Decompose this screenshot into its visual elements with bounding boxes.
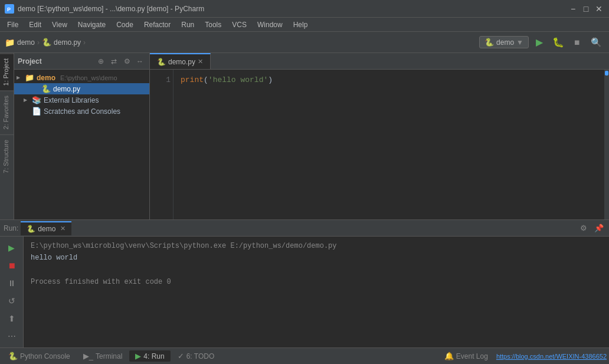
python-console-label: Python Console: [20, 352, 70, 360]
editor-area: 🐍 demo.py ✕ 1 print('hello world'): [150, 53, 609, 219]
status-right: 🔔 Event Log https://blog.csdn.net/WEIXIN…: [438, 350, 607, 362]
tree-scratches[interactable]: ▶ 📄 Scratches and Consoles: [14, 106, 149, 117]
root-arrow: ▶: [17, 75, 22, 80]
status-tab-todo[interactable]: ✓ 6: TODO: [172, 350, 221, 362]
status-tab-python-console[interactable]: 🐍 Python Console: [2, 350, 76, 362]
folder-icon: 📁: [5, 38, 15, 47]
toolbar: 📁 demo › 🐍 demo.py › 🐍 demo ▼ ▶ 🐛 ⏹ 🔍: [0, 32, 609, 53]
title-text: demo [E:\python_ws\demo] - ...\demo.py […: [18, 5, 204, 13]
run-tab-status-icon: ▶: [135, 352, 141, 360]
run-config[interactable]: 🐍 demo ▼: [479, 36, 529, 48]
sidebar-item-project[interactable]: 1: Project: [0, 53, 14, 90]
menu-edit[interactable]: Edit: [24, 19, 46, 30]
run-sidebar: ▶ ⏹ ⏸ ↺ ⬆ ⋯: [0, 237, 24, 347]
editor-scrollbar[interactable]: [604, 70, 609, 219]
run-more-btn[interactable]: ⋯: [4, 329, 20, 344]
panel-title: Project: [18, 57, 93, 65]
run-play-btn[interactable]: ▶: [4, 240, 20, 255]
run-config-icon: 🐍: [484, 38, 494, 47]
add-btn[interactable]: ⊕: [95, 55, 107, 67]
expand-btn[interactable]: ↔: [134, 55, 146, 67]
run-label: Run:: [4, 224, 18, 232]
window-controls: − □ ✕: [568, 4, 604, 14]
panel-header: Project ⊕ ⇄ ⚙ ↔: [14, 53, 149, 70]
tab-close-btn[interactable]: ✕: [198, 58, 203, 65]
file-name: demo.py: [53, 85, 80, 93]
run-tab-status-label: 4: Run: [143, 352, 164, 360]
root-name: demo: [37, 74, 55, 82]
status-tab-run[interactable]: ▶ 4: Run: [129, 350, 170, 362]
sidebar-item-structure[interactable]: 7: Structure: [0, 135, 14, 178]
breadcrumb-file[interactable]: demo.py: [54, 38, 81, 47]
py-file-icon: 🐍: [41, 84, 51, 93]
gear-btn[interactable]: ⚙: [121, 55, 133, 67]
run-config-dropdown[interactable]: ▼: [516, 38, 523, 47]
tab-demopy[interactable]: 🐍 demo.py ✕: [150, 53, 211, 69]
scratch-icon: 📄: [32, 107, 41, 116]
run-tab-demo[interactable]: 🐍 demo ✕: [21, 221, 71, 235]
status-tab-event-log[interactable]: 🔔 Event Log: [438, 350, 494, 362]
menu-navigate[interactable]: Navigate: [73, 19, 110, 30]
exit-line: Process finished with exit code 0: [31, 276, 602, 288]
menu-refactor[interactable]: Refactor: [139, 19, 175, 30]
status-tab-terminal[interactable]: ▶_ Terminal: [77, 350, 129, 362]
breadcrumb-project[interactable]: demo: [17, 38, 35, 47]
terminal-label: Terminal: [96, 352, 122, 360]
run-button[interactable]: ▶: [531, 35, 548, 50]
side-tabs: 1: Project 2: Favorites 7: Structure: [0, 53, 14, 219]
code-editor[interactable]: print('hello world'): [173, 70, 604, 219]
line-numbers: 1: [150, 70, 173, 219]
scratches-label: Scratches and Consoles: [44, 107, 120, 116]
lib-icon: 📚: [32, 96, 41, 104]
bottom-section: Run: 🐍 demo ✕ ⚙ 📌 ▶ ⏹ ⏸ ↺ ⬆ ⋯: [0, 219, 609, 364]
menu-window[interactable]: Window: [253, 19, 287, 30]
close-button[interactable]: ✕: [594, 4, 604, 14]
output-hello: hello world: [31, 252, 602, 264]
menu-code[interactable]: Code: [112, 19, 138, 30]
maximize-button[interactable]: □: [581, 4, 591, 14]
blank-line: [31, 264, 602, 276]
svg-text:P: P: [7, 6, 11, 12]
run-rerun-btn[interactable]: ↺: [4, 293, 20, 309]
stop-button[interactable]: ⏹: [569, 35, 585, 50]
line-num-1: 1: [152, 74, 171, 87]
run-tab-close[interactable]: ✕: [60, 225, 66, 232]
status-bar: 🐍 Python Console ▶_ Terminal ▶ 4: Run ✓ …: [0, 347, 609, 364]
tree-root[interactable]: ▶ 📁 demo E:\python_ws\demo: [14, 72, 149, 83]
title-bar: P demo [E:\python_ws\demo] - ...\demo.py…: [0, 0, 609, 18]
todo-icon: ✓: [178, 352, 184, 360]
breadcrumb-sep: ›: [37, 38, 40, 47]
run-tab-icon: 🐍: [27, 225, 35, 233]
run-output: E:\python_ws\microblog\venv\Scripts\pyth…: [24, 237, 609, 347]
run-settings-btn[interactable]: ⚙: [577, 222, 590, 235]
tree-file-demopy[interactable]: ▶ 🐍 demo.py: [14, 83, 149, 94]
tree-ext-libs[interactable]: ▶ 📚 External Libraries: [14, 94, 149, 106]
sidebar-item-favorites[interactable]: 2: Favorites: [0, 90, 14, 134]
menu-view[interactable]: View: [47, 19, 72, 30]
code-string: 'hello world': [208, 76, 268, 84]
menu-help[interactable]: Help: [289, 19, 313, 30]
menu-file[interactable]: File: [2, 19, 23, 30]
menu-bar: File Edit View Navigate Code Refactor Ru…: [0, 18, 609, 32]
menu-vcs[interactable]: VCS: [227, 19, 251, 30]
search-button[interactable]: 🔍: [588, 35, 604, 50]
sync-btn[interactable]: ⇄: [108, 55, 120, 67]
menu-tools[interactable]: Tools: [200, 19, 226, 30]
status-url[interactable]: https://blog.csdn.net/WEIXIN-4386652: [496, 353, 607, 360]
run-pin-btn[interactable]: 📌: [592, 222, 605, 235]
panel-actions: ⊕ ⇄ ⚙ ↔: [95, 55, 146, 67]
code-open: (: [204, 76, 208, 84]
minimize-button[interactable]: −: [568, 4, 578, 14]
run-scroll-btn[interactable]: ⬆: [4, 311, 20, 326]
root-path: E:\python_ws\demo: [60, 74, 117, 81]
editor-tabs: 🐍 demo.py ✕: [150, 53, 609, 70]
ext-libs-label: External Libraries: [44, 96, 99, 104]
menu-run[interactable]: Run: [176, 19, 199, 30]
run-stop-btn[interactable]: ⏹: [4, 258, 20, 273]
run-panel: Run: 🐍 demo ✕ ⚙ 📌 ▶ ⏹ ⏸ ↺ ⬆ ⋯: [0, 219, 609, 347]
breadcrumb-sep2: ›: [83, 38, 86, 47]
run-pause-btn[interactable]: ⏸: [4, 276, 20, 291]
toolbar-right: 🐍 demo ▼ ▶ 🐛 ⏹ 🔍: [479, 35, 604, 50]
py-file-icon-toolbar: 🐍: [42, 38, 51, 47]
debug-button[interactable]: 🐛: [550, 35, 567, 50]
